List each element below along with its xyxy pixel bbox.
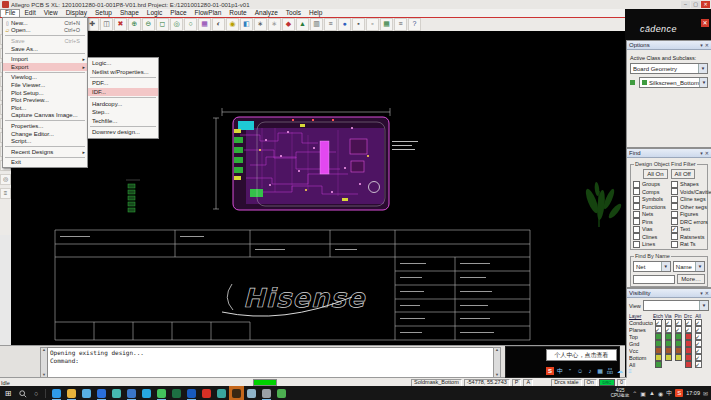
notepad-icon[interactable] (244, 386, 259, 400)
maximize-icon[interactable]: ▢ (691, 1, 700, 8)
voice-icon[interactable]: ♪ (586, 367, 594, 375)
zoom-fit-icon[interactable]: ◻ (156, 18, 169, 31)
pdf-icon[interactable] (199, 386, 214, 400)
checkbox-lines[interactable] (633, 241, 640, 248)
layer-color-swatch[interactable] (665, 333, 672, 340)
help-icon[interactable]: ? (408, 18, 421, 31)
menu-help[interactable]: Help (305, 9, 326, 17)
menuitem-save[interactable]: SaveCtrl+S (3, 37, 87, 45)
menuitem-file-viewer[interactable]: File Viewer... (3, 81, 87, 89)
toolbox-icon[interactable]: 品 (606, 367, 614, 375)
menuitem-plot[interactable]: Plot... (3, 104, 87, 112)
subclass-select[interactable]: Silkscreen_Bottom ▼ (639, 77, 708, 88)
layer-color-swatch[interactable] (655, 354, 662, 361)
menuitem-export[interactable]: Export▸ (3, 63, 87, 71)
visibility-panel-header[interactable]: Visibility ▾✕ (627, 289, 711, 298)
menuitem-save-as[interactable]: Save As... (3, 45, 87, 53)
menuitem-techfile[interactable]: Techfile... (88, 117, 158, 126)
punctuation-icon[interactable]: ” (566, 367, 574, 375)
code-editor-icon[interactable] (139, 386, 154, 400)
emoji-icon[interactable]: ☺ (576, 367, 584, 375)
word-icon[interactable] (184, 386, 199, 400)
folder-icon[interactable] (64, 386, 79, 400)
spreadsheet-icon[interactable]: ▦ (380, 18, 393, 31)
layer-color-swatch[interactable] (655, 347, 662, 354)
menu-display[interactable]: Display (62, 9, 91, 17)
layer-color-swatch[interactable] (685, 347, 692, 354)
checkbox-groups[interactable] (633, 181, 640, 188)
drc-update-icon[interactable]: ◆ (282, 18, 295, 31)
zoom-world-icon[interactable]: ◎ (170, 18, 183, 31)
start-button[interactable]: ⊞ (0, 389, 16, 398)
skin-icon[interactable]: ☁ (616, 367, 624, 375)
all-on-button[interactable]: All On (643, 169, 667, 179)
browser-icon[interactable] (49, 386, 64, 400)
panel-close-icon[interactable]: ✕ (705, 290, 709, 296)
tray-expand-icon[interactable]: ⌃ (632, 390, 637, 397)
menuitem-exit[interactable]: Exit (3, 159, 87, 167)
sogou-logo-icon[interactable]: S (546, 367, 554, 375)
menuitem-plot-setup[interactable]: Plot Setup... (3, 89, 87, 97)
store-icon[interactable] (109, 386, 124, 400)
delete-icon[interactable]: ✖ (114, 18, 127, 31)
find-name-input[interactable] (633, 275, 675, 284)
layer-color-swatch[interactable] (665, 347, 672, 354)
menu-tools[interactable]: Tools (282, 9, 305, 17)
panel-pin-icon[interactable]: ▾ (700, 42, 703, 48)
properties-icon[interactable]: ≡ (324, 18, 337, 31)
cross-section-icon[interactable]: ≡ (394, 18, 407, 31)
menuitem-properties[interactable]: Properties... (3, 122, 87, 130)
layer-color-swatch[interactable] (685, 354, 692, 361)
all-off-button[interactable]: All Off (671, 169, 695, 179)
checkbox-planes-1[interactable] (665, 326, 672, 333)
checkbox-rat-ts[interactable] (671, 241, 678, 248)
checkbox-planes-2[interactable] (675, 326, 682, 333)
layer-color-swatch[interactable] (685, 340, 692, 347)
pcb-tool-icon[interactable] (274, 386, 289, 400)
defender-icon[interactable]: ▲ (649, 390, 655, 396)
options-panel-header[interactable]: Options ▾✕ (627, 41, 711, 50)
menuitem-import[interactable]: Import▸ (3, 55, 87, 63)
checkbox-nets[interactable] (633, 211, 640, 218)
menuitem-pdf[interactable]: PDF... (88, 79, 158, 88)
name-mode-select[interactable]: Name ▼ (673, 261, 705, 272)
cpu-widget[interactable]: 4/25 CPU概览 (611, 388, 630, 398)
mail-icon[interactable] (94, 386, 109, 400)
minimize-icon[interactable]: – (681, 1, 690, 8)
checkbox-planes-3[interactable] (685, 326, 692, 333)
layers-icon[interactable]: ≡ (0, 188, 11, 199)
zoom-out-icon[interactable]: ⊖ (142, 18, 155, 31)
menu-route[interactable]: Route (225, 9, 250, 17)
checkbox-comps[interactable] (633, 188, 640, 195)
assign-color-icon[interactable]: ◧ (240, 18, 253, 31)
panel-close-icon[interactable]: ✕ (705, 42, 709, 48)
checkbox-voids-cavities[interactable] (671, 188, 678, 195)
shadow-icon[interactable]: ◐ (212, 18, 225, 31)
shape-check-icon[interactable]: ▲ (296, 18, 309, 31)
layer-color-swatch[interactable] (675, 340, 682, 347)
checkbox-text[interactable] (671, 226, 678, 233)
layer-color-swatch[interactable] (685, 361, 692, 368)
checkbox-pins[interactable] (633, 218, 640, 225)
sogou-icon[interactable]: S (675, 389, 683, 397)
excel-icon[interactable] (169, 386, 184, 400)
checkbox-other-segs[interactable] (671, 203, 678, 210)
redraw-icon[interactable]: ○ (184, 18, 197, 31)
terminal-icon[interactable] (259, 386, 274, 400)
cortana-icon[interactable]: ○ (30, 390, 42, 397)
menuitem-viewlog[interactable]: Viewlog... (3, 74, 87, 82)
ime-lang-icon[interactable]: 中 (666, 389, 672, 398)
menuitem-open[interactable]: ▱Open...Ctrl+O (3, 27, 87, 35)
display-icon[interactable]: ▣ (640, 390, 646, 397)
lang-cn-icon[interactable]: 中 (556, 367, 564, 375)
checkbox-shapes[interactable] (671, 181, 678, 188)
copy-icon[interactable]: ◫ (100, 18, 113, 31)
checkbox-ratsnests[interactable] (671, 233, 678, 240)
checkbox-planes-0[interactable] (655, 326, 662, 333)
color-icon[interactable]: ▦ (198, 18, 211, 31)
menu-setup[interactable]: Setup (91, 9, 116, 17)
search-icon[interactable] (16, 384, 30, 400)
ratsnest-on-icon[interactable]: ∗ (254, 18, 267, 31)
checkbox-functions[interactable] (633, 203, 640, 210)
layer-color-swatch[interactable] (675, 354, 682, 361)
